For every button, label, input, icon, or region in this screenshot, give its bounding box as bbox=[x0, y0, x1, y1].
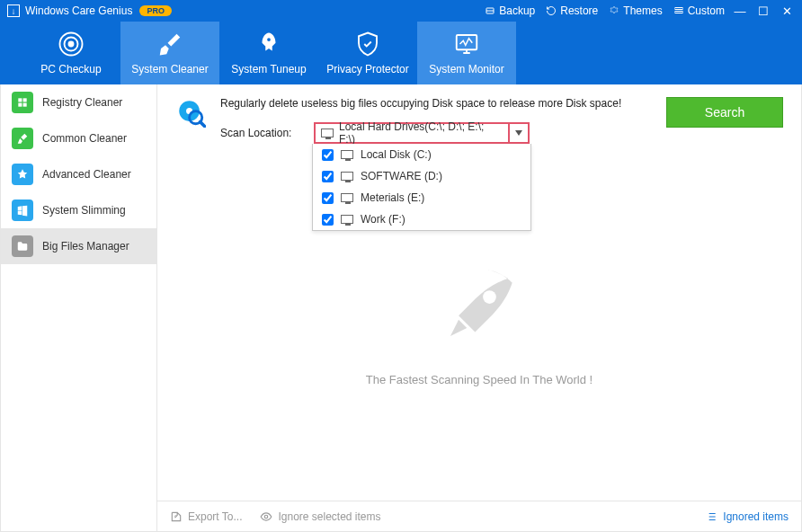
drive-c-checkbox[interactable] bbox=[322, 149, 334, 161]
sidebar-item-registry-cleaner[interactable]: Registry Cleaner bbox=[1, 84, 156, 120]
export-button[interactable]: Export To... bbox=[170, 510, 242, 523]
svg-point-5 bbox=[69, 42, 74, 47]
drive-f-checkbox[interactable] bbox=[322, 214, 334, 226]
custom-icon bbox=[673, 5, 684, 16]
nav-system-cleaner-label: System Cleaner bbox=[131, 63, 208, 75]
main-pane: Regularly delete useless big files occup… bbox=[157, 84, 801, 531]
top-row: Regularly delete useless big files occup… bbox=[157, 84, 801, 144]
target-icon bbox=[58, 31, 85, 58]
drive-option-f[interactable]: Work (F:) bbox=[313, 208, 530, 230]
drive-icon bbox=[341, 150, 353, 159]
custom-link[interactable]: Custom bbox=[673, 4, 725, 17]
ignore-selected-label: Ignore selected items bbox=[278, 510, 380, 523]
list-icon bbox=[705, 510, 717, 523]
custom-label: Custom bbox=[688, 4, 725, 17]
scan-location-label: Scan Location: bbox=[220, 127, 301, 139]
sidebar-item-common-cleaner[interactable]: Common Cleaner bbox=[1, 120, 156, 156]
sidebar-slimming-label: System Slimming bbox=[42, 204, 126, 217]
drive-c-label: Local Disk (C:) bbox=[361, 148, 432, 161]
backup-label: Backup bbox=[499, 4, 535, 17]
themes-icon bbox=[609, 5, 619, 16]
registry-icon bbox=[12, 92, 33, 113]
sidebar-item-system-slimming[interactable]: System Slimming bbox=[1, 192, 156, 228]
drive-option-e[interactable]: Meterials (E:) bbox=[313, 187, 530, 208]
folder-icon bbox=[12, 235, 33, 257]
drive-icon bbox=[321, 129, 334, 137]
backup-icon bbox=[485, 5, 495, 16]
drive-d-label: SOFTWARE (D:) bbox=[361, 170, 442, 182]
content-body: Registry Cleaner Common Cleaner Advanced… bbox=[0, 84, 802, 532]
monitor-icon bbox=[453, 31, 480, 58]
maximize-button[interactable]: ☐ bbox=[755, 4, 771, 18]
sidebar-advanced-label: Advanced Cleaner bbox=[42, 168, 131, 181]
nav-system-monitor-label: System Monitor bbox=[429, 63, 503, 75]
eye-off-icon bbox=[260, 510, 272, 523]
nav-privacy-protector-label: Privacy Protector bbox=[326, 63, 408, 75]
svg-rect-1 bbox=[675, 8, 682, 10]
close-button[interactable]: ✕ bbox=[779, 4, 795, 18]
brush-icon bbox=[156, 31, 183, 58]
svg-point-15 bbox=[483, 290, 496, 304]
scan-location-dropdown[interactable]: Local Hard Drives(C:\; D:\; E:\; F:\) bbox=[314, 122, 530, 144]
themes-link[interactable]: Themes bbox=[609, 4, 662, 17]
svg-point-6 bbox=[267, 38, 271, 41]
dropdown-toggle[interactable] bbox=[508, 124, 528, 142]
svg-point-16 bbox=[265, 515, 269, 519]
main-nav: PC Checkup System Cleaner System Tuneup … bbox=[0, 22, 802, 84]
restore-icon bbox=[546, 5, 557, 16]
drive-e-checkbox[interactable] bbox=[322, 192, 334, 204]
nav-system-cleaner[interactable]: System Cleaner bbox=[120, 22, 219, 84]
app-logo-icon: ↓ bbox=[7, 4, 20, 17]
drive-e-label: Meterials (E:) bbox=[361, 191, 424, 204]
rocket-icon bbox=[430, 258, 529, 357]
svg-rect-11 bbox=[23, 103, 27, 107]
export-icon bbox=[170, 510, 183, 523]
ignored-items-label: Ignored items bbox=[723, 510, 789, 523]
svg-rect-8 bbox=[18, 98, 22, 102]
nav-pc-checkup-label: PC Checkup bbox=[40, 63, 101, 75]
svg-rect-9 bbox=[23, 98, 27, 102]
sidebar: Registry Cleaner Common Cleaner Advanced… bbox=[1, 84, 157, 531]
dropdown-panel: Local Disk (C:) SOFTWARE (D:) Meterials bbox=[312, 144, 531, 231]
drive-option-d[interactable]: SOFTWARE (D:) bbox=[313, 165, 530, 187]
themes-label: Themes bbox=[623, 4, 662, 17]
dropdown-value: Local Hard Drives(C:\; D:\; E:\; F:\) bbox=[339, 120, 503, 146]
svg-rect-10 bbox=[18, 103, 22, 107]
titlebar: ↓ Windows Care Genius PRO Backup Restore… bbox=[0, 0, 802, 22]
svg-rect-2 bbox=[675, 12, 682, 13]
app-title: Windows Care Genius bbox=[25, 4, 132, 17]
sidebar-item-big-files-manager[interactable]: Big Files Manager bbox=[1, 228, 156, 264]
description-text: Regularly delete useless big files occup… bbox=[220, 97, 652, 110]
nav-system-monitor[interactable]: System Monitor bbox=[417, 22, 516, 84]
ignored-items-link[interactable]: Ignored items bbox=[705, 510, 789, 523]
sidebar-bigfiles-label: Big Files Manager bbox=[42, 240, 129, 253]
restore-link[interactable]: Restore bbox=[546, 4, 598, 17]
drive-icon bbox=[341, 215, 353, 224]
export-label: Export To... bbox=[188, 510, 242, 523]
shield-icon bbox=[354, 31, 381, 58]
nav-system-tuneup[interactable]: System Tuneup bbox=[219, 22, 318, 84]
search-button[interactable]: Search bbox=[666, 97, 783, 128]
sidebar-registry-label: Registry Cleaner bbox=[42, 96, 122, 109]
drive-option-c[interactable]: Local Disk (C:) bbox=[313, 144, 530, 165]
minimize-button[interactable]: — bbox=[732, 4, 748, 18]
restore-label: Restore bbox=[560, 4, 598, 17]
ignore-selected-button[interactable]: Ignore selected items bbox=[260, 510, 380, 523]
nav-privacy-protector[interactable]: Privacy Protector bbox=[318, 22, 417, 84]
rocket-nav-icon bbox=[255, 31, 282, 58]
broom-icon bbox=[12, 128, 33, 149]
windows-icon bbox=[12, 200, 33, 221]
drive-icon bbox=[341, 193, 353, 202]
footer-bar: Export To... Ignore selected items Ignor… bbox=[157, 501, 801, 531]
nav-system-tuneup-label: System Tuneup bbox=[231, 63, 306, 75]
drive-icon bbox=[341, 172, 353, 181]
sidebar-item-advanced-cleaner[interactable]: Advanced Cleaner bbox=[1, 156, 156, 192]
disk-search-icon bbox=[175, 97, 206, 128]
drive-d-checkbox[interactable] bbox=[322, 171, 334, 182]
backup-link[interactable]: Backup bbox=[485, 4, 535, 17]
nav-pc-checkup[interactable]: PC Checkup bbox=[22, 22, 120, 84]
tagline-text: The Fastest Scanning Speed In The World … bbox=[366, 373, 593, 386]
sidebar-common-label: Common Cleaner bbox=[42, 132, 127, 145]
pro-badge: PRO bbox=[139, 5, 172, 16]
advanced-icon bbox=[12, 164, 33, 185]
